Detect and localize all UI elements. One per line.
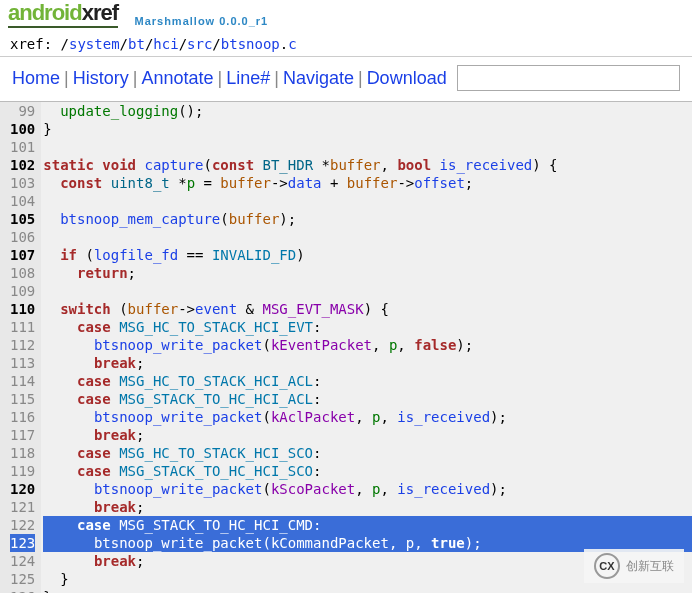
line-number[interactable]: 115 bbox=[10, 390, 35, 408]
code-line: case MSG_HC_TO_STACK_HCI_EVT: bbox=[43, 318, 692, 336]
code-line: case MSG_HC_TO_STACK_HCI_SCO: bbox=[43, 444, 692, 462]
line-number[interactable]: 114 bbox=[10, 372, 35, 390]
line-number[interactable]: 103 bbox=[10, 174, 35, 192]
code-line: break; bbox=[43, 426, 692, 444]
navbar: Home|History|Annotate|Line#|Navigate|Dow… bbox=[0, 57, 692, 102]
nav-annotate[interactable]: Annotate bbox=[141, 68, 213, 88]
search-input[interactable] bbox=[457, 65, 680, 91]
code-line: } bbox=[43, 120, 692, 138]
xref-segment[interactable]: system bbox=[69, 36, 120, 52]
code-line: break; bbox=[43, 354, 692, 372]
code-line: if (logfile_fd == INVALID_FD) bbox=[43, 246, 692, 264]
code-line: return; bbox=[43, 264, 692, 282]
nav-home[interactable]: Home bbox=[12, 68, 60, 88]
code-line: btsnoop_mem_capture(buffer); bbox=[43, 210, 692, 228]
code-line: update_logging(); bbox=[43, 102, 692, 120]
code-line: case MSG_STACK_TO_HC_HCI_ACL: bbox=[43, 390, 692, 408]
line-number[interactable]: 112 bbox=[10, 336, 35, 354]
line-number[interactable]: 107 bbox=[10, 246, 35, 264]
line-number[interactable]: 118 bbox=[10, 444, 35, 462]
line-number[interactable]: 106 bbox=[10, 228, 35, 246]
code-line: } bbox=[43, 588, 692, 593]
code-line bbox=[43, 192, 692, 210]
xref-segment[interactable]: src bbox=[187, 36, 212, 52]
line-number[interactable]: 119 bbox=[10, 462, 35, 480]
xref-segment[interactable]: bt bbox=[128, 36, 145, 52]
logo-subtitle: Marshmallow 0.0.0_r1 bbox=[134, 15, 268, 27]
line-number-gutter: 9910010110210310410510610710810911011111… bbox=[0, 102, 41, 593]
logo-text: androidxref bbox=[8, 0, 118, 28]
line-number[interactable]: 113 bbox=[10, 354, 35, 372]
watermark: CX 创新互联 bbox=[584, 549, 684, 583]
line-number[interactable]: 111 bbox=[10, 318, 35, 336]
line-number[interactable]: 108 bbox=[10, 264, 35, 282]
line-number[interactable]: 109 bbox=[10, 282, 35, 300]
nav-download[interactable]: Download bbox=[367, 68, 447, 88]
line-number[interactable]: 123 bbox=[10, 534, 35, 552]
code-line: break; bbox=[43, 498, 692, 516]
code-area: 9910010110210310410510610710810911011111… bbox=[0, 102, 692, 593]
xref-segment[interactable]: hci bbox=[153, 36, 178, 52]
nav-line[interactable]: Line# bbox=[226, 68, 270, 88]
xref-file[interactable]: btsnoop bbox=[221, 36, 280, 52]
nav-history[interactable]: History bbox=[73, 68, 129, 88]
line-number[interactable]: 121 bbox=[10, 498, 35, 516]
header-logo: androidxref Marshmallow 0.0.0_r1 bbox=[0, 0, 692, 30]
code-line: btsnoop_write_packet(kScoPacket, p, is_r… bbox=[43, 480, 692, 498]
nav-navigate[interactable]: Navigate bbox=[283, 68, 354, 88]
code-line: case MSG_HC_TO_STACK_HCI_ACL: bbox=[43, 372, 692, 390]
code-line bbox=[43, 138, 692, 156]
line-number[interactable]: 117 bbox=[10, 426, 35, 444]
code-line: case MSG_STACK_TO_HC_HCI_SCO: bbox=[43, 462, 692, 480]
code-line: const uint8_t *p = buffer->data + buffer… bbox=[43, 174, 692, 192]
line-number[interactable]: 102 bbox=[10, 156, 35, 174]
line-number[interactable]: 101 bbox=[10, 138, 35, 156]
line-number[interactable]: 104 bbox=[10, 192, 35, 210]
line-number[interactable]: 110 bbox=[10, 300, 35, 318]
code-line bbox=[43, 228, 692, 246]
line-number[interactable]: 99 bbox=[10, 102, 35, 120]
xref-ext[interactable]: c bbox=[288, 36, 296, 52]
watermark-icon: CX bbox=[594, 553, 620, 579]
watermark-text: 创新互联 bbox=[626, 558, 674, 575]
line-number[interactable]: 105 bbox=[10, 210, 35, 228]
code-line: btsnoop_write_packet(kEventPacket, p, fa… bbox=[43, 336, 692, 354]
code-line: case MSG_STACK_TO_HC_HCI_CMD: bbox=[43, 516, 692, 534]
code-content: update_logging();} static void capture(c… bbox=[41, 102, 692, 593]
line-number[interactable]: 120 bbox=[10, 480, 35, 498]
line-number[interactable]: 116 bbox=[10, 408, 35, 426]
code-line: btsnoop_write_packet(kAclPacket, p, is_r… bbox=[43, 408, 692, 426]
line-number[interactable]: 122 bbox=[10, 516, 35, 534]
line-number[interactable]: 100 bbox=[10, 120, 35, 138]
xref-path: xref: /system/bt/hci/src/btsnoop.c bbox=[0, 30, 692, 57]
code-line: switch (buffer->event & MSG_EVT_MASK) { bbox=[43, 300, 692, 318]
line-number[interactable]: 124 bbox=[10, 552, 35, 570]
line-number[interactable]: 125 bbox=[10, 570, 35, 588]
code-line bbox=[43, 282, 692, 300]
line-number[interactable]: 126 bbox=[10, 588, 35, 593]
code-line: static void capture(const BT_HDR *buffer… bbox=[43, 156, 692, 174]
